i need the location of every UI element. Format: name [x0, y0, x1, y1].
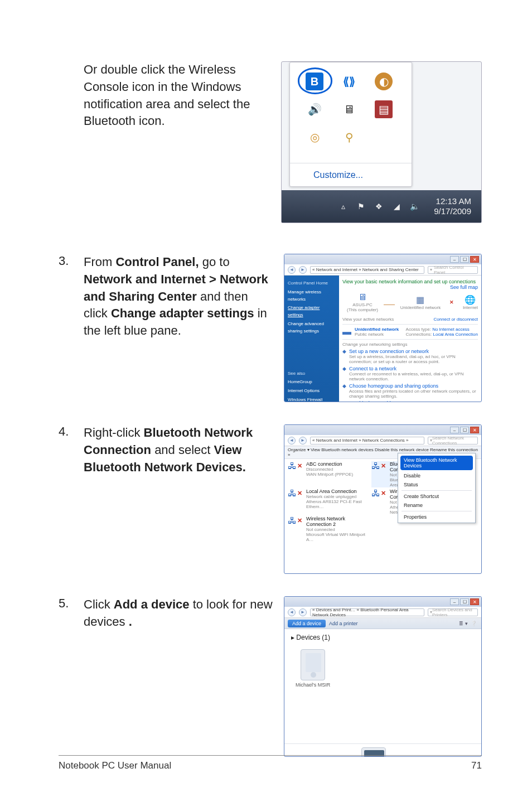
window-min-button[interactable]: – — [450, 256, 459, 263]
connections-value[interactable]: Local Area Connection — [433, 332, 478, 337]
connections-label: Connections: — [406, 332, 432, 337]
footer-left: Notebook PC User Manual — [59, 760, 171, 771]
sidebar-internet-options[interactable]: Internet Options — [288, 388, 336, 395]
nc-search-placeholder: Search Network Connections — [432, 436, 476, 446]
nc-search-box[interactable]: ▾ Search Network Connections — [428, 437, 478, 445]
disc-icon[interactable]: ◎ — [306, 128, 323, 146]
clock-time: 12:13 AM — [434, 196, 471, 206]
ad-search-placeholder: Search Devices and Printers — [432, 607, 476, 617]
camera-icon[interactable]: ◐ — [375, 73, 393, 90]
node-internet: Internet — [463, 305, 478, 310]
nc-max-button[interactable]: ☐ — [460, 427, 469, 433]
clock-date: 9/17/2009 — [434, 206, 471, 216]
step3-number: 3. — [59, 254, 84, 402]
ad-min-button[interactable]: – — [450, 598, 459, 605]
tray-screenshot: B ⟪⟫ ◐ 🔊 🖥 ▤ ◎ ⚲ Custo — [281, 61, 482, 223]
address-bar[interactable]: « Network and Internet » Network and Sha… — [310, 266, 424, 274]
abc-desc: WAN Miniport (PPPOE) — [306, 472, 353, 477]
step3-b1: Control Panel, — [115, 255, 199, 269]
tray-arrow-icon[interactable]: ▵ — [338, 201, 348, 211]
nc-close-button[interactable]: ✕ — [470, 427, 479, 433]
setup-connection-desc: Set up a wireless, broadband, dial-up, a… — [349, 354, 478, 364]
network-sharing-center-screenshot: – ☐ ✕ ◄ ► « Network and Internet » Netwo… — [284, 254, 482, 402]
nc-address-bar[interactable]: « Network and Internet » Network Connect… — [310, 437, 424, 445]
window-max-button[interactable]: ☐ — [460, 256, 469, 263]
wl2-status: Not connected — [306, 527, 371, 532]
connect-network-link[interactable]: Connect to a network — [349, 366, 478, 371]
device-name: Michael's MSIR — [296, 682, 330, 688]
setup-connection-link[interactable]: Set up a new connection or network — [349, 349, 478, 354]
nsc-main-title: View your basic network information and … — [342, 279, 478, 284]
sidebar-see-also: See also — [288, 370, 336, 378]
step4-number: 4. — [59, 424, 84, 574]
homegroup-desc: Access files and printers located on oth… — [349, 389, 478, 399]
ad-address-bar[interactable]: « Devices and Print… » Bluetooth Persona… — [310, 608, 424, 616]
keys-icon[interactable]: ⚲ — [340, 128, 358, 146]
nc-forward-button[interactable]: ► — [299, 437, 307, 445]
connection-wireless2[interactable]: 🖧✕ Wireless Network Connection 2 Not con… — [288, 516, 371, 542]
lan-desc: Atheros AR8132 PCI-E Fast Ethern… — [306, 499, 371, 509]
ctx-shortcut[interactable]: Create Shortcut — [398, 492, 475, 501]
taskbar: ▵ ⚑ ❖ ◢ 🔈 12:13 AM 9/17/2009 — [282, 190, 481, 223]
add-device-screenshot: – ☐ ✕ ◄ ► « Devices and Print… » Bluetoo… — [284, 596, 482, 757]
step3-pre: From — [84, 255, 115, 269]
step4-mid: and select — [154, 443, 214, 457]
nc-min-button[interactable]: – — [450, 427, 459, 433]
devices-section-label: ▸ Devices (1) — [291, 634, 475, 641]
sidebar-title: Control Panel Home — [288, 280, 336, 287]
add-printer-link[interactable]: Add a printer — [329, 621, 358, 626]
ad-max-button[interactable]: ☐ — [460, 598, 469, 605]
dashboard-icon[interactable]: ▤ — [375, 100, 393, 118]
ad-back-button[interactable]: ◄ — [288, 608, 296, 616]
active-networks-label: View your active networks — [342, 317, 394, 322]
abc-title: ABC connection — [306, 461, 353, 467]
node-mid: Unidentified network — [400, 305, 441, 310]
ctx-view-bt-devices[interactable]: View Bluetooth Network Devices — [400, 456, 473, 470]
ad-search-box[interactable]: ▾ Search Devices and Printers — [428, 608, 478, 616]
customize-link[interactable]: Customize... — [313, 170, 363, 180]
ctx-properties[interactable]: Properties — [398, 513, 475, 521]
search-box[interactable]: ▾ Search Control Panel — [428, 266, 478, 274]
access-type-value: No Internet access — [432, 327, 470, 332]
sidebar-change-adapter[interactable]: Change adapter settings — [288, 305, 336, 319]
tray-signal-icon[interactable]: ◢ — [391, 201, 402, 211]
taskbar-clock[interactable]: 12:13 AM 9/17/2009 — [434, 196, 471, 216]
window-close-button[interactable]: ✕ — [470, 256, 479, 263]
connection-abc[interactable]: 🖧✕ ABC connection Disconnected WAN Minip… — [288, 461, 371, 487]
wifi-icon[interactable]: ⟪⟫ — [340, 73, 358, 90]
monitor-icon[interactable]: 🖥 — [340, 100, 358, 118]
wl2-title: Wireless Network Connection 2 — [306, 516, 371, 527]
volume-icon[interactable]: 🔊 — [306, 100, 323, 118]
ad-close-button[interactable]: ✕ — [470, 598, 479, 605]
connection-lan[interactable]: 🖧✕ Local Area Connection Network cable u… — [288, 489, 371, 515]
troubleshoot-link[interactable]: Troubleshoot problems — [349, 400, 478, 402]
sidebar-windows-firewall[interactable]: Windows Firewall — [288, 397, 336, 402]
ctx-disable[interactable]: Disable — [398, 471, 475, 480]
tray-flag-icon[interactable]: ⚑ — [356, 201, 366, 211]
step5-b1: Add a device — [114, 597, 190, 611]
sidebar-advanced-sharing[interactable]: Change advanced sharing settings — [288, 321, 336, 335]
node-this-pc: ASUS-PC — [347, 302, 378, 307]
sidebar-manage-wireless[interactable]: Manage wireless networks — [288, 289, 336, 303]
wl2-desc: Microsoft Virtual WiFi Miniport A… — [306, 532, 371, 542]
homegroup-link[interactable]: Choose homegroup and sharing options — [349, 383, 478, 389]
network-connections-screenshot: – ☐ ✕ ◄ ► « Network and Internet » Netwo… — [284, 424, 482, 574]
tray-network-icon[interactable]: ❖ — [374, 201, 384, 211]
nc-back-button[interactable]: ◄ — [288, 437, 296, 445]
ctx-status[interactable]: Status — [398, 480, 475, 489]
add-device-button[interactable]: Add a device — [288, 620, 326, 627]
connect-network-desc: Connect or reconnect to a wireless, wire… — [349, 371, 478, 381]
back-button[interactable]: ◄ — [288, 266, 296, 274]
tray-popup: B ⟪⟫ ◐ 🔊 🖥 ▤ ◎ ⚲ Custo — [289, 62, 412, 187]
ctx-rename[interactable]: Rename — [398, 501, 475, 510]
ad-forward-button[interactable]: ► — [299, 608, 307, 616]
bluetooth-icon[interactable]: B — [306, 73, 323, 90]
tray-sound-icon[interactable]: 🔈 — [409, 201, 419, 211]
forward-button[interactable]: ► — [299, 266, 307, 274]
context-menu: View Bluetooth Network Devices Disable S… — [398, 453, 476, 523]
connect-disconnect-link[interactable]: Connect or disconnect — [433, 317, 478, 322]
see-full-map-link[interactable]: See full map — [342, 284, 478, 290]
device-item[interactable]: Michael's MSIR — [296, 649, 330, 688]
sidebar-homegroup[interactable]: HomeGroup — [288, 379, 336, 386]
step3-mid1: go to — [202, 255, 230, 269]
